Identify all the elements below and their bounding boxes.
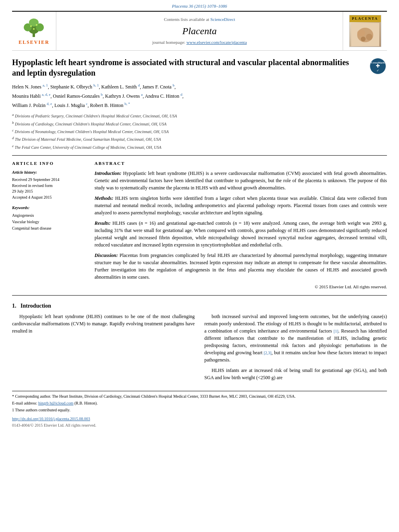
methods-label: Methods:: [95, 195, 115, 201]
revised-date: Received in revised form29 July 2015: [12, 183, 86, 194]
authors-line-3: William J. Polzin d, e, Louis J. Muglia …: [12, 101, 387, 109]
affiliations-block: a Divisions of Pediatric Surgery, Cincin…: [12, 112, 387, 150]
svg-point-10: [357, 30, 365, 36]
copyright-line: © 2015 Elsevier Ltd. All rights reserved…: [95, 284, 387, 290]
authors-line-2: Mounira Habli a, d, e, Osniel Ramos-Gonz…: [12, 92, 387, 100]
keywords-list: Angiogenesis Vascular biology Congenital…: [12, 212, 86, 232]
keywords-label: Keywords:: [12, 205, 86, 211]
author-sup-8: d: [181, 92, 183, 97]
keyword-1: Angiogenesis: [12, 212, 86, 219]
intro-label: Introduction:: [95, 170, 123, 176]
aff-text-c: Divisions of Neonatology, Cincinnati Chi…: [15, 129, 169, 134]
homepage-link[interactable]: www.elsevier.com/locate/placenta: [186, 40, 247, 45]
abstract-methods: Methods: HLHS term singleton births were…: [95, 195, 387, 216]
keyword-3: Congenital heart disease: [12, 225, 86, 232]
discussion-text: Placentas from pregnancies complicated b…: [95, 253, 387, 280]
homepage-line: journal homepage: www.elsevier.com/locat…: [152, 39, 247, 45]
article-body: Hypoplastic left heart syndrome is assoc…: [12, 51, 387, 428]
footnotes-section: * Corresponding author. The Heart Instit…: [12, 391, 387, 428]
aff-sup-e: e: [12, 144, 14, 148]
intro-text: Hypoplastic left heart syndrome (HLHS) i…: [95, 170, 387, 191]
aff-sup-b: b: [12, 121, 14, 125]
svg-rect-16: [377, 64, 378, 68]
cover-thumbnail: [350, 22, 381, 47]
keywords-section: Keywords: Angiogenesis Vascular biology …: [12, 205, 86, 232]
aff-text-b: Divisions of Cardiology, Cincinnati Chil…: [15, 122, 167, 126]
citation-text: Placenta 36 (2015) 1078–1086: [172, 4, 227, 8]
issn-line: 0143-4004/© 2015 Elsevier Ltd. All right…: [12, 423, 387, 428]
journal-cover-image: PLACENTA: [349, 15, 381, 47]
affiliation-c: c Divisions of Neonatology, Cincinnati C…: [12, 128, 387, 135]
introduction-section: 1. Introduction Hypoplastic left heart s…: [12, 302, 387, 385]
info-abstract-section: ARTICLE INFO Article history: Received 2…: [12, 160, 387, 290]
cover-title: PLACENTA: [350, 15, 381, 22]
author-sup-9: d, e: [47, 102, 52, 106]
discussion-label: Discussion:: [95, 253, 119, 258]
author-sup-10: c: [86, 102, 88, 106]
keyword-2: Vascular biology: [12, 219, 86, 225]
aff-sup-d: d: [12, 136, 14, 140]
crossmark-badge[interactable]: CrossMark ✓: [369, 57, 387, 75]
elsevier-tree-icon: [20, 16, 48, 38]
email-line: E-mail address: hingrb h@icloud.com (R.B…: [12, 401, 387, 406]
sciencedirect-link[interactable]: ScienceDirect: [210, 17, 235, 22]
author-sup-5: a, d, e: [42, 92, 51, 97]
aff-sup-a: a: [12, 113, 14, 117]
received-date: Received 29 September 2014: [12, 177, 86, 183]
article-history: Article history: Received 29 September 2…: [12, 170, 86, 200]
author-sup-6: b: [101, 92, 103, 97]
affiliation-a: a Divisions of Pediatric Surgery, Cincin…: [12, 112, 387, 119]
email-label: E-mail address:: [12, 401, 38, 405]
journal-cover-area: PLACENTA: [343, 12, 387, 50]
intro-col-right: both increased survival and improved lon…: [204, 313, 387, 384]
equal-contribution: 1 These authors contributed equally.: [12, 407, 387, 413]
abstract-discussion: Discussion: Placentas from pregnancies c…: [95, 252, 387, 281]
elsevier-wordmark: ELSEVIER: [19, 39, 49, 46]
article-info-heading: ARTICLE INFO: [12, 160, 86, 166]
author-email[interactable]: hingrb h@icloud.com: [38, 401, 74, 405]
svg-point-7: [33, 28, 35, 30]
intro-columns: Hypoplastic left heart syndrome (HLHS) c…: [12, 313, 387, 384]
aff-text-e: The Fetal Care Center, University of Cin…: [15, 145, 162, 150]
history-label: Article history:: [12, 170, 86, 175]
results-text: HLHS cases (n = 16) and gestational age-…: [95, 220, 387, 248]
results-label: Results:: [95, 220, 113, 226]
abstract-text: Introduction: Hypoplastic left heart syn…: [95, 170, 387, 281]
affiliation-d: d The Division of Maternal Fetal Medicin…: [12, 136, 387, 142]
svg-text:✓: ✓: [376, 69, 379, 72]
svg-point-5: [30, 25, 32, 27]
author-sup-7: a: [141, 92, 143, 97]
aff-sup-c: c: [12, 128, 14, 132]
journal-title-area: Contents lists available at ScienceDirec…: [56, 12, 343, 50]
abstract-results: Results: HLHS cases (n = 16) and gestati…: [95, 220, 387, 249]
journal-citation: Placenta 36 (2015) 1078–1086: [0, 0, 399, 11]
methods-text: HLHS term singleton births were identifi…: [95, 195, 387, 216]
authors-line-1: Helen N. Jones a, 1, Stephanie K. Olbryc…: [12, 83, 387, 90]
journal-header: ELSEVIER Contents lists available at Sci…: [12, 11, 387, 51]
sciencedirect-text: ScienceDirect: [210, 17, 235, 22]
author-sup-3: d: [138, 83, 140, 87]
elsevier-logo-area: ELSEVIER: [12, 12, 56, 50]
aff-text-d: The Division of Maternal Fetal Medicine,…: [15, 138, 161, 142]
corresponding-author: * Corresponding author. The Heart Instit…: [12, 394, 387, 399]
abstract-column: ABSTRACT Introduction: Hypoplastic left …: [95, 160, 387, 290]
aff-text-a: Divisions of Pediatric Surgery, Cincinna…: [15, 114, 177, 119]
crossmark-icon: CrossMark ✓: [369, 57, 387, 75]
ref-1: [1]: [333, 329, 338, 333]
email-attribution: (R.B. Hinton).: [74, 401, 98, 405]
doi-line[interactable]: http://dx.doi.org/10.1016/j.placenta.201…: [12, 416, 387, 422]
author-sup-2: b, 1: [93, 83, 99, 87]
intro-para-3: HLHS infants are at increased risk of be…: [204, 367, 387, 381]
svg-point-6: [36, 24, 37, 26]
divider-2: [12, 295, 387, 296]
article-info-column: ARTICLE INFO Article history: Received 2…: [12, 160, 86, 290]
intro-para-2: both increased survival and improved lon…: [204, 313, 387, 364]
doi-link[interactable]: http://dx.doi.org/10.1016/j.placenta.201…: [12, 417, 90, 421]
svg-point-12: [361, 37, 366, 41]
cover-svg: [351, 23, 379, 46]
intro-para-1: Hypoplastic left heart syndrome (HLHS) c…: [12, 313, 195, 335]
svg-text:CrossMark: CrossMark: [371, 61, 385, 64]
affiliation-e: e The Fetal Care Center, University of C…: [12, 144, 387, 150]
abstract-heading: ABSTRACT: [95, 160, 387, 166]
ref-23: [2,3]: [264, 351, 271, 355]
